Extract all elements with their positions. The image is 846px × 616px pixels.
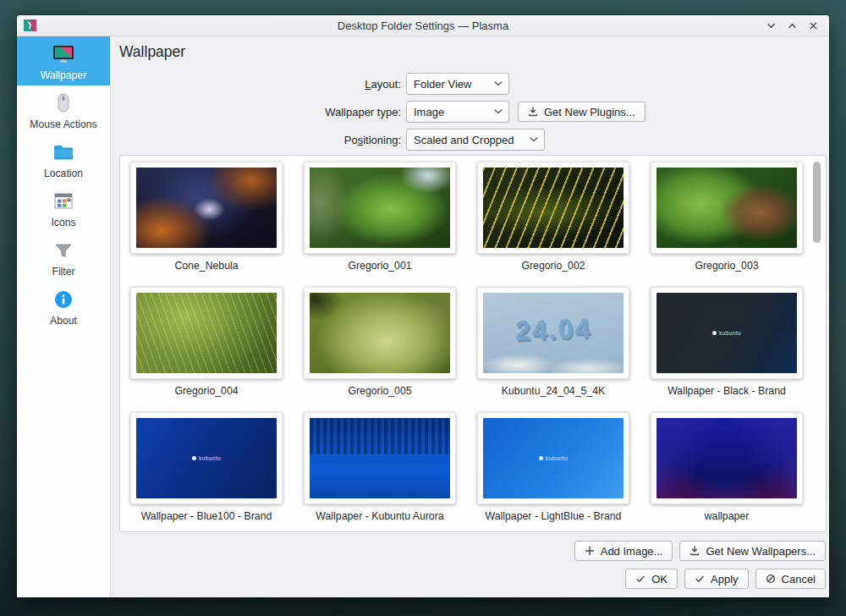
add-image-button[interactable]: Add Image... [574, 541, 673, 561]
positioning-combobox[interactable]: Scaled and Cropped [406, 129, 545, 151]
wallpaper-tile[interactable]: kubuntu Wallpaper - LightBlue - Brand [477, 412, 629, 522]
wallpaper-thumbnail: kubuntu [483, 418, 624, 498]
wallpaper-thumbnail [310, 168, 450, 248]
wallpaper-label: Gregorio_002 [521, 260, 585, 272]
grid-actions: Add Image... Get New Wallpapers... [111, 541, 829, 561]
download-icon [689, 546, 700, 556]
cancel-button[interactable]: Cancel [755, 569, 826, 589]
wallpaper-tile[interactable]: Gregorio_002 [477, 162, 629, 272]
info-icon [51, 287, 76, 312]
wallpaper-tile[interactable]: Gregorio_005 [304, 287, 456, 397]
wallpaper-label: Wallpaper - Blue100 - Brand [141, 510, 272, 522]
wallpaper-grid: Cone_Nebula Gregorio_001 Gregorio_002 Gr… [119, 155, 827, 532]
chevron-down-icon [494, 109, 503, 114]
thumbnail-art-text: 24.04 [514, 312, 591, 346]
dialog-buttons: OK Apply Cancel [111, 569, 829, 589]
window-close-button[interactable] [807, 19, 819, 31]
sidebar-item-wallpaper[interactable]: Wallpaper [17, 36, 110, 85]
sidebar-item-filter[interactable]: Filter [17, 233, 110, 282]
sidebar-item-label: About [50, 315, 77, 327]
sidebar-item-about[interactable]: About [17, 282, 110, 331]
layout-label: Layout: [111, 78, 401, 91]
grid-scrollbar[interactable] [813, 162, 821, 243]
wallpaper-tile[interactable]: Cone_Nebula [130, 162, 283, 272]
sidebar-item-label: Location [44, 168, 83, 179]
check-icon [635, 574, 645, 584]
chevron-down-icon [494, 81, 503, 86]
wallpaper-label: Gregorio_003 [695, 260, 758, 272]
sidebar-item-location[interactable]: Location [17, 135, 110, 184]
wallpaper-tile[interactable]: kubuntu Wallpaper - Black - Brand [651, 287, 803, 397]
wallpaper-tile[interactable]: wallpaper [651, 412, 803, 522]
ok-button[interactable]: OK [625, 569, 678, 589]
kubuntu-logo: kubuntu [712, 330, 741, 336]
wallpaper-thumbnail: kubuntu [656, 293, 797, 373]
sidebar-item-label: Mouse Actions [30, 118, 96, 130]
wallpaper-type-combobox[interactable]: Image [406, 101, 509, 123]
sidebar-item-label: Wallpaper [41, 69, 86, 81]
wallpaper-tile[interactable]: Wallpaper - Kubuntu Aurora [304, 412, 456, 522]
window-title: Desktop Folder Settings — Plasma [17, 19, 829, 32]
sidebar-item-icons[interactable]: Icons [17, 184, 110, 233]
download-icon [528, 107, 538, 117]
get-new-wallpapers-button[interactable]: Get New Wallpapers... [679, 541, 826, 561]
get-new-plugins-button[interactable]: Get New Plugins... [518, 102, 645, 122]
wallpaper-label: Gregorio_004 [174, 385, 238, 397]
wallpaper-thumbnail [310, 418, 450, 498]
chevron-up-icon [788, 21, 797, 30]
wallpaper-label: Wallpaper - LightBlue - Brand [486, 510, 622, 522]
kubuntu-logo: kubuntu [192, 455, 221, 461]
wallpaper-label: Kubuntu_24_04_5_4K [502, 385, 605, 397]
chevron-down-icon [530, 137, 538, 142]
titlebar[interactable]: Desktop Folder Settings — Plasma [17, 15, 829, 36]
wallpaper-label: Wallpaper - Black - Brand [667, 385, 786, 397]
wallpaper-tile[interactable]: kubuntu Wallpaper - Blue100 - Brand [130, 412, 283, 522]
sidebar-item-mouse-actions[interactable]: Mouse Actions [17, 85, 110, 135]
kubuntu-logo: kubuntu [539, 455, 568, 461]
wallpaper-thumbnail: 24.04 [483, 293, 624, 373]
chevron-down-icon [766, 21, 776, 30]
wallpaper-label: Gregorio_001 [348, 260, 411, 272]
wallpaper-tile[interactable]: 24.04 Kubuntu_24_04_5_4K [477, 287, 629, 397]
close-icon [809, 21, 818, 30]
wallpaper-tile[interactable]: Gregorio_001 [304, 162, 456, 272]
sidebar: Wallpaper Mouse Actions Location [17, 36, 111, 597]
settings-window: Desktop Folder Settings — Plasma [17, 15, 829, 597]
wallpaper-thumbnail [136, 293, 277, 373]
wallpaper-thumbnail [483, 168, 624, 248]
wallpaper-thumbnail: kubuntu [136, 418, 277, 498]
positioning-label: Positioning: [111, 134, 401, 146]
cancel-icon [766, 574, 776, 584]
apply-button[interactable]: Apply [684, 569, 749, 589]
wallpaper-thumbnail [136, 168, 277, 248]
sidebar-item-label: Icons [51, 217, 75, 228]
wallpaper-thumbnail [310, 293, 450, 373]
wallpaper-tile[interactable]: Gregorio_004 [130, 287, 283, 397]
icons-window-icon [51, 189, 76, 214]
sidebar-item-label: Filter [52, 266, 74, 278]
window-maximize-button[interactable] [786, 19, 798, 31]
layout-combobox[interactable]: Folder View [406, 73, 509, 95]
check-icon [695, 574, 705, 584]
window-shade-button[interactable] [765, 19, 777, 31]
combo-value: Scaled and Cropped [414, 134, 514, 146]
wallpaper-type-label: Wallpaper type: [111, 106, 401, 118]
filter-funnel-icon [51, 238, 76, 263]
mouse-icon [51, 91, 76, 116]
wallpaper-label: Wallpaper - Kubuntu Aurora [316, 510, 443, 522]
wallpaper-form: Layout: Folder View Wallpaper type: Imag… [111, 73, 829, 151]
wallpaper-thumbnail [656, 418, 797, 498]
plus-icon [585, 546, 595, 556]
wallpaper-monitor-icon [51, 41, 76, 67]
app-icon [24, 19, 36, 31]
combo-value: Image [414, 106, 444, 118]
wallpaper-label: Cone_Nebula [174, 260, 238, 272]
wallpaper-label: wallpaper [705, 510, 750, 522]
page-title: Wallpaper [119, 43, 829, 61]
combo-value: Folder View [414, 78, 471, 91]
wallpaper-tile[interactable]: Gregorio_003 [651, 162, 803, 272]
wallpaper-thumbnail [656, 168, 797, 248]
folder-icon [51, 140, 76, 165]
content-area: Wallpaper Layout: Folder View Wallpaper … [111, 36, 829, 597]
wallpaper-label: Gregorio_005 [348, 385, 411, 397]
